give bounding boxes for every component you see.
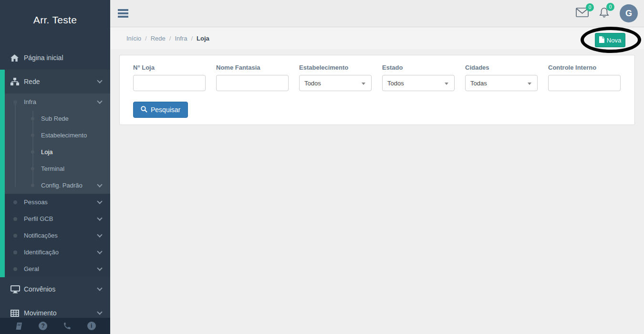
breadcrumb-band: Início / Rede / Infra / Loja xyxy=(110,28,644,49)
sidebar-item-label: Página inicial xyxy=(24,54,63,62)
field-label: Nome Fantasia xyxy=(216,64,289,71)
nome-fantasia-input[interactable] xyxy=(216,75,289,91)
chevron-down-icon xyxy=(97,232,102,237)
chevron-down-icon xyxy=(362,83,365,85)
chevron-down-icon xyxy=(445,83,448,85)
field-numero-loja: N° Loja xyxy=(133,64,206,91)
phone-icon[interactable] xyxy=(62,321,72,331)
notifications-badge: 0 xyxy=(606,3,614,11)
sidebar-item-label: Perfil GCB xyxy=(24,215,53,222)
field-cidades: Cidades Todas xyxy=(465,64,538,91)
app-window: Arr. Teste Página inicial Rede xyxy=(0,0,644,334)
select-value: Todas xyxy=(470,80,487,87)
infra-submenu: Infra Sub Rede Estabelecimento Loja xyxy=(5,94,110,194)
messages-badge: 0 xyxy=(586,3,594,11)
chevron-down-icon xyxy=(97,215,102,220)
select-value: Todos xyxy=(387,80,404,87)
rede-subtree: Infra Sub Rede Estabelecimento Loja xyxy=(5,94,110,277)
chevron-down-icon xyxy=(528,83,531,85)
field-label: Estado xyxy=(382,64,455,71)
chevron-down-icon xyxy=(97,98,102,104)
sidebar-item-config-padrao[interactable]: Config. Padrão xyxy=(5,177,110,194)
sidebar-item-label: Loja xyxy=(41,148,53,156)
sidebar-item-estabelecimento[interactable]: Estabelecimento xyxy=(5,127,110,144)
sidebar-item-infra[interactable]: Infra xyxy=(5,94,110,110)
field-estado: Estado Todos xyxy=(382,64,455,91)
chevron-down-icon xyxy=(97,78,102,83)
breadcrumb-infra[interactable]: Infra xyxy=(175,35,187,42)
chevron-down-icon xyxy=(97,265,102,271)
sidebar-item-label: Convênios xyxy=(24,285,55,293)
sidebar-item-loja[interactable]: Loja xyxy=(5,144,110,160)
field-label: N° Loja xyxy=(133,64,206,71)
filter-card: N° Loja Nome Fantasia Estabelecimento To… xyxy=(119,55,635,125)
field-controle-interno: Controle Interno xyxy=(548,64,621,91)
select-value: Todos xyxy=(304,80,321,87)
sidebar: Arr. Teste Página inicial Rede xyxy=(0,0,110,334)
topbar: 0 0 G xyxy=(110,0,644,27)
sidebar-item-label: Config. Padrão xyxy=(41,182,83,189)
sidebar-item-label: Terminal xyxy=(41,165,64,172)
nova-button-label: Nova xyxy=(607,37,621,44)
chevron-down-icon xyxy=(97,285,102,291)
field-label: Estabelecimento xyxy=(299,64,372,71)
topbar-actions: 0 0 G xyxy=(576,4,644,22)
estado-select[interactable]: Todos xyxy=(382,75,455,91)
chevron-down-icon xyxy=(97,249,102,254)
info-icon[interactable]: i xyxy=(87,321,96,331)
search-icon xyxy=(141,106,147,114)
avatar[interactable]: G xyxy=(620,4,638,22)
controle-interno-input[interactable] xyxy=(548,75,621,91)
sidebar-item-label: Notificações xyxy=(24,232,58,239)
sidebar-item-label: Rede xyxy=(24,78,40,85)
chevron-down-icon xyxy=(97,309,102,314)
numero-loja-input[interactable] xyxy=(133,75,206,91)
sidebar-item-pessoas[interactable]: Pessoas xyxy=(5,194,110,210)
home-icon xyxy=(10,54,24,62)
sidebar-item-label: Estabelecimento xyxy=(41,132,87,139)
book-icon[interactable] xyxy=(14,321,23,331)
breadcrumb-inicio[interactable]: Início xyxy=(126,35,141,42)
estabelecimento-select[interactable]: Todos xyxy=(299,75,372,91)
sidebar-item-label: Sub Rede xyxy=(41,115,69,122)
sidebar-item-convenios[interactable]: Convênios xyxy=(0,277,110,301)
sidebar-item-geral[interactable]: Geral xyxy=(5,261,110,277)
messages-button[interactable]: 0 xyxy=(576,8,589,19)
notifications-button[interactable]: 0 xyxy=(599,7,609,20)
breadcrumb-current: Loja xyxy=(197,35,209,42)
sidebar-item-sub-rede[interactable]: Sub Rede xyxy=(5,110,110,127)
sidebar-item-label: Infra xyxy=(24,98,36,105)
field-label: Controle Interno xyxy=(548,64,621,71)
help-icon[interactable]: ? xyxy=(38,321,48,331)
sidebar-item-identificacao[interactable]: Identificação xyxy=(5,244,110,261)
sitemap-icon xyxy=(10,78,24,85)
sidebar-item-label: Identificação xyxy=(24,249,59,256)
sidebar-nav: Página inicial Rede Infra xyxy=(0,40,110,325)
sidebar-item-label: Geral xyxy=(24,265,39,272)
breadcrumb: Início / Rede / Infra / Loja xyxy=(126,35,209,42)
app-title: Arr. Teste xyxy=(0,0,110,40)
field-label: Cidades xyxy=(465,64,538,71)
sidebar-item-notificacoes[interactable]: Notificações xyxy=(5,227,110,244)
rede-submenu-collapsed: Pessoas Perfil GCB Notificações Ide xyxy=(5,194,110,277)
file-icon xyxy=(599,36,604,44)
sidebar-item-label: Movimento xyxy=(24,309,56,317)
sidebar-item-pagina-inicial[interactable]: Página inicial xyxy=(0,46,110,70)
chevron-down-icon xyxy=(97,198,102,204)
field-estabelecimento: Estabelecimento Todos xyxy=(299,64,372,91)
nova-button[interactable]: Nova xyxy=(595,33,625,47)
pesquisar-button[interactable]: Pesquisar xyxy=(133,102,188,118)
sidebar-item-perfil-gcb[interactable]: Perfil GCB xyxy=(5,210,110,227)
cidades-select[interactable]: Todas xyxy=(465,75,538,91)
sidebar-item-terminal[interactable]: Terminal xyxy=(5,160,110,177)
breadcrumb-rede[interactable]: Rede xyxy=(151,35,166,42)
sidebar-active-section: Rede Infra Sub Rede xyxy=(0,70,110,277)
sidebar-footer: ? i xyxy=(0,318,110,334)
chevron-down-icon xyxy=(97,182,102,187)
field-nome-fantasia: Nome Fantasia xyxy=(216,64,289,91)
menu-toggle-icon[interactable] xyxy=(118,8,129,19)
filter-fields: N° Loja Nome Fantasia Estabelecimento To… xyxy=(133,64,621,91)
pesquisar-button-label: Pesquisar xyxy=(151,106,180,114)
sidebar-item-rede[interactable]: Rede xyxy=(5,70,110,94)
desktop-icon xyxy=(10,285,24,293)
